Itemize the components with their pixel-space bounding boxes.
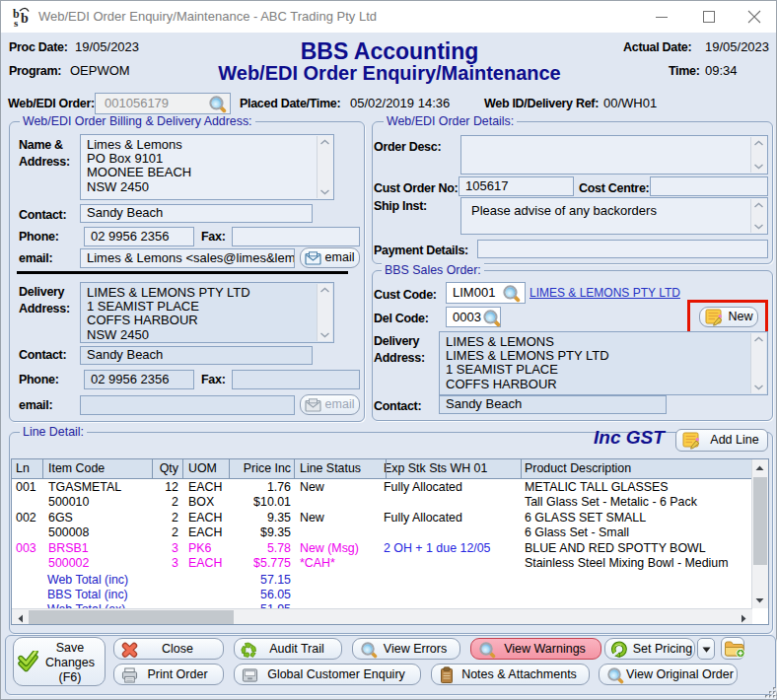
- svg-text:b: b: [21, 11, 29, 26]
- svg-text:s: s: [14, 17, 19, 28]
